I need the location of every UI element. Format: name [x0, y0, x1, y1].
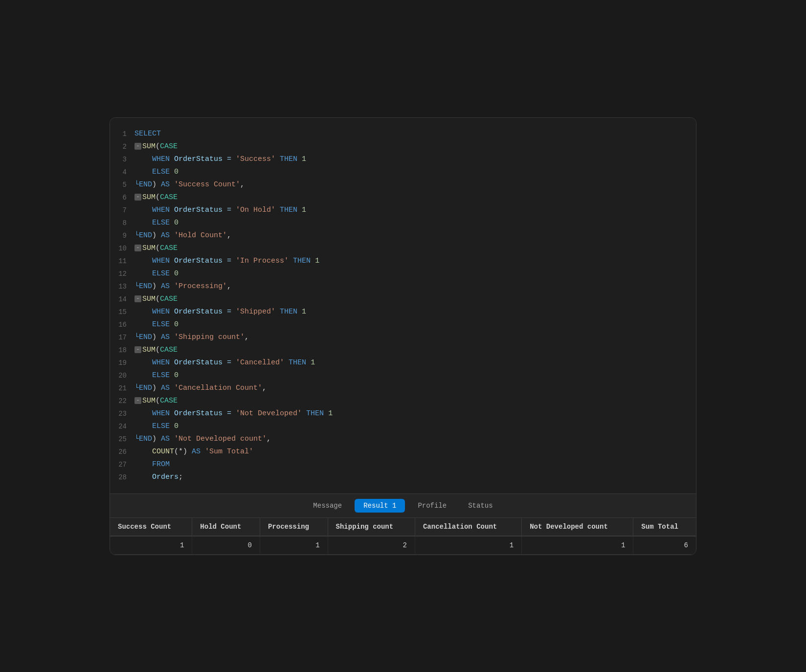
token: CASE [160, 193, 178, 202]
line-number: 28 [110, 471, 134, 484]
token: WHEN [152, 358, 170, 367]
table-cell: 1 [522, 536, 633, 555]
token: , [227, 282, 231, 291]
token: ) [152, 333, 161, 341]
line-content: WHEN OrderStatus = 'Shipped' THEN 1 [134, 306, 696, 318]
collapse-icon[interactable]: − [134, 194, 141, 201]
line-content: WHEN OrderStatus = 'Success' THEN 1 [134, 153, 696, 166]
line-number: 19 [110, 357, 134, 369]
line-content: └END) AS 'Hold Count', [134, 229, 696, 242]
table-cell: 6 [633, 536, 696, 555]
code-line: 6−SUM(CASE [110, 191, 696, 204]
column-header: Cancellation Count [415, 518, 521, 536]
token: ) [183, 448, 192, 456]
token [170, 180, 174, 189]
line-number: 21 [110, 382, 134, 395]
line-content: −SUM(CASE [134, 140, 696, 153]
token: OrderStatus = [170, 308, 236, 316]
table-row: 1012116 [110, 536, 696, 555]
line-content: └END) AS 'Cancellation Count', [134, 382, 696, 395]
code-line: 22−SUM(CASE [110, 395, 696, 407]
line-content: Orders; [134, 471, 696, 484]
tab-message[interactable]: Message [304, 499, 351, 513]
line-number: 4 [110, 166, 134, 179]
token: THEN [280, 155, 297, 163]
token: AS [192, 448, 201, 456]
token: ( [156, 346, 160, 354]
token: 'On Hold' [236, 206, 275, 214]
token: SUM [142, 244, 156, 252]
code-line: 17└END) AS 'Shipping count', [110, 331, 696, 344]
token: THEN [293, 257, 311, 265]
code-line: 8 ELSE 0 [110, 217, 696, 229]
line-number: 12 [110, 268, 134, 280]
line-content: FROM [134, 458, 696, 471]
token [170, 384, 174, 392]
token: 'Shipped' [236, 308, 275, 316]
line-number: 23 [110, 407, 134, 420]
collapse-icon[interactable]: − [134, 245, 141, 251]
token [201, 448, 205, 456]
token: 0 [170, 320, 179, 329]
collapse-icon[interactable]: − [134, 295, 141, 302]
token: ) [152, 180, 161, 189]
line-content: SELECT [134, 128, 696, 140]
line-content: WHEN OrderStatus = 'Not Developed' THEN … [134, 407, 696, 420]
line-content: ELSE 0 [134, 166, 696, 179]
line-number: 15 [110, 306, 134, 318]
token: SUM [142, 397, 156, 405]
line-content: └END) AS 'Success Count', [134, 179, 696, 191]
line-content: −SUM(CASE [134, 191, 696, 204]
token: 'Sum Total' [205, 448, 253, 456]
token: AS [161, 231, 170, 240]
collapse-icon[interactable]: − [134, 397, 141, 404]
token: ELSE [152, 371, 170, 380]
line-content: ELSE 0 [134, 369, 696, 382]
line-content: ELSE 0 [134, 420, 696, 433]
token [170, 231, 174, 240]
token: , [240, 180, 245, 189]
collapse-icon[interactable]: − [134, 346, 141, 353]
token [275, 308, 280, 316]
tab-profile[interactable]: Profile [409, 499, 455, 513]
token: WHEN [152, 257, 170, 265]
token: , [227, 231, 231, 240]
token: AS [161, 435, 170, 443]
tab-status[interactable]: Status [459, 499, 501, 513]
token: ELSE [152, 320, 170, 329]
line-number: 24 [110, 420, 134, 433]
token: OrderStatus = [170, 257, 236, 265]
code-line: 24 ELSE 0 [110, 420, 696, 433]
line-content: −SUM(CASE [134, 395, 696, 407]
token: END [139, 333, 152, 341]
tab-result-1[interactable]: Result 1 [355, 499, 405, 513]
token: 1 [297, 308, 306, 316]
token: ELSE [152, 422, 170, 430]
token: 'In Process' [236, 257, 289, 265]
collapse-icon[interactable]: − [134, 143, 141, 150]
token: 'Not Developed' [236, 409, 302, 418]
token: END [139, 180, 152, 189]
token [289, 257, 293, 265]
token: ( [156, 193, 160, 202]
token: 0 [170, 219, 179, 227]
line-content: WHEN OrderStatus = 'In Process' THEN 1 [134, 255, 696, 268]
line-content: └END) AS 'Shipping count', [134, 331, 696, 344]
token: 'Success' [236, 155, 275, 163]
table-cell: 1 [415, 536, 521, 555]
tab-bar: MessageResult 1ProfileStatus [110, 493, 696, 517]
token: 'Cancellation Count' [174, 384, 262, 392]
line-number: 2 [110, 140, 134, 153]
line-number: 11 [110, 255, 134, 268]
line-number: 14 [110, 293, 134, 306]
line-content: ELSE 0 [134, 217, 696, 229]
token [302, 409, 306, 418]
line-content: −SUM(CASE [134, 242, 696, 255]
token: OrderStatus = [170, 358, 236, 367]
code-line: 28 Orders; [110, 471, 696, 484]
token: ) [152, 231, 161, 240]
token: 1 [297, 155, 306, 163]
token: CASE [160, 346, 178, 354]
code-line: 25└END) AS 'Not Developed count', [110, 433, 696, 446]
token: 'Cancelled' [236, 358, 284, 367]
